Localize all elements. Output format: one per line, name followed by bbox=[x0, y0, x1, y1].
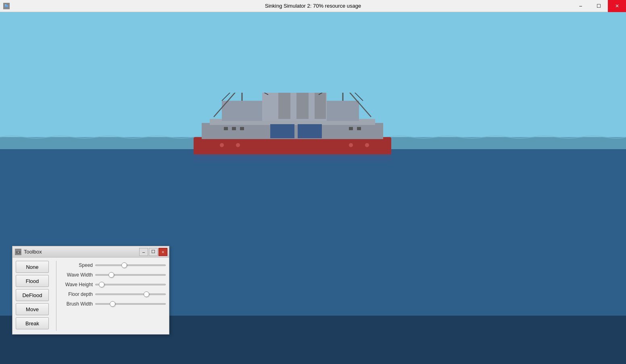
tool-buttons-panel: None Flood DeFlood Move Break bbox=[16, 261, 52, 331]
svg-rect-2 bbox=[5, 4, 6, 5]
svg-rect-33 bbox=[18, 252, 19, 253]
toolbox-body: None Flood DeFlood Move Break Speed Wave… bbox=[13, 258, 169, 334]
app-icon bbox=[3, 3, 10, 9]
svg-rect-24 bbox=[240, 127, 244, 130]
brush-width-label: Brush Width bbox=[61, 301, 93, 307]
sliders-panel: Speed Wave Width Wave Height Floor depth bbox=[61, 261, 166, 331]
svg-rect-8 bbox=[278, 93, 290, 119]
speed-label: Speed bbox=[61, 262, 93, 268]
toolbox-window: Toolbox – ☐ × None Flood DeFlood Move Br… bbox=[12, 246, 169, 335]
svg-rect-26 bbox=[357, 127, 361, 130]
wave-width-label: Wave Width bbox=[61, 272, 93, 278]
svg-rect-21 bbox=[298, 124, 322, 138]
toolbox-titlebar[interactable]: Toolbox – ☐ × bbox=[13, 246, 169, 258]
svg-rect-23 bbox=[232, 127, 236, 130]
svg-point-30 bbox=[365, 143, 369, 147]
svg-rect-19 bbox=[194, 154, 391, 162]
floor-depth-label: Floor depth bbox=[61, 291, 93, 297]
flood-button[interactable]: Flood bbox=[16, 275, 49, 287]
deflood-button[interactable]: DeFlood bbox=[16, 289, 49, 301]
title-bar: Sinking Simulator 2: 70% resource usage … bbox=[0, 0, 626, 12]
minimize-button[interactable]: – bbox=[572, 0, 590, 12]
floor-depth-slider[interactable] bbox=[95, 293, 166, 295]
title-bar-controls: – ☐ ✕ bbox=[572, 0, 626, 12]
svg-rect-22 bbox=[224, 127, 228, 130]
wave-height-slider-row: Wave Height bbox=[61, 282, 166, 287]
move-button[interactable]: Move bbox=[16, 303, 49, 315]
wave-height-slider[interactable] bbox=[95, 284, 166, 285]
none-button[interactable]: None bbox=[16, 261, 49, 273]
wave-height-label: Wave Height bbox=[61, 282, 93, 287]
maximize-button[interactable]: ☐ bbox=[590, 0, 608, 12]
toolbox-minimize-button[interactable]: – bbox=[139, 248, 148, 256]
vertical-divider bbox=[56, 261, 56, 331]
toolbox-title-left: Toolbox bbox=[15, 249, 42, 255]
svg-point-28 bbox=[236, 143, 240, 147]
svg-rect-20 bbox=[270, 124, 294, 138]
window-title: Sinking Simulator 2: 70% resource usage bbox=[265, 3, 361, 9]
title-bar-left bbox=[0, 3, 10, 9]
speed-slider-row: Speed bbox=[61, 262, 166, 268]
wave-width-slider-row: Wave Width bbox=[61, 272, 166, 278]
game-area: Toolbox – ☐ × None Flood DeFlood Move Br… bbox=[0, 12, 626, 364]
svg-rect-9 bbox=[296, 93, 309, 119]
svg-rect-10 bbox=[315, 93, 326, 119]
toolbox-icon bbox=[15, 249, 21, 255]
toolbox-close-button[interactable]: × bbox=[159, 248, 167, 256]
toolbox-title: Toolbox bbox=[24, 249, 42, 255]
break-button[interactable]: Break bbox=[16, 317, 49, 329]
ship bbox=[190, 93, 395, 165]
brush-width-slider[interactable] bbox=[95, 303, 166, 305]
wave-width-slider[interactable] bbox=[95, 274, 166, 276]
speed-slider[interactable] bbox=[95, 264, 166, 266]
brush-width-slider-row: Brush Width bbox=[61, 301, 166, 307]
svg-rect-1 bbox=[5, 5, 8, 7]
close-button[interactable]: ✕ bbox=[608, 0, 626, 12]
floor-depth-slider-row: Floor depth bbox=[61, 291, 166, 297]
toolbox-window-controls: – ☐ × bbox=[139, 248, 167, 256]
svg-point-29 bbox=[349, 143, 353, 147]
ship-svg bbox=[190, 93, 395, 165]
svg-rect-32 bbox=[17, 250, 19, 252]
svg-point-27 bbox=[220, 143, 224, 147]
toolbox-maximize-button[interactable]: ☐ bbox=[149, 248, 158, 256]
svg-rect-25 bbox=[349, 127, 353, 130]
